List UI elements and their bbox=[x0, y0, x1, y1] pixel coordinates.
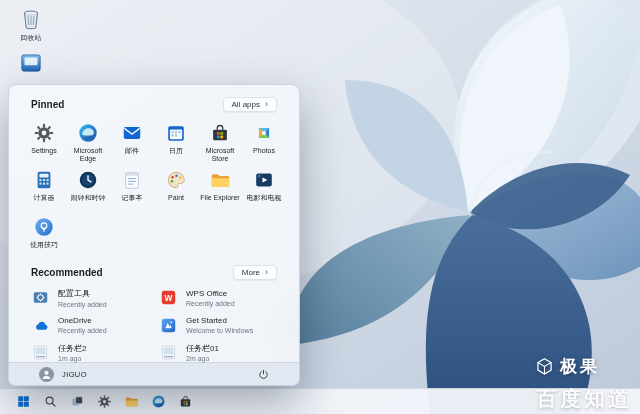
file-explorer-taskbar-button[interactable] bbox=[120, 391, 142, 413]
pinned-app-label: 使用技巧 bbox=[30, 241, 58, 249]
pinned-app[interactable]: 日历 bbox=[154, 117, 198, 163]
desktop-icon-app[interactable] bbox=[6, 50, 56, 85]
user-account-button[interactable]: JIGUO bbox=[35, 365, 91, 384]
pinned-app-label: 电影和电视 bbox=[247, 194, 282, 202]
start-menu: Pinned All apps › Settings Microsoft Edg… bbox=[8, 84, 300, 386]
user-name: JIGUO bbox=[62, 370, 87, 379]
pinned-app-icon bbox=[121, 122, 143, 144]
start-button[interactable] bbox=[12, 391, 34, 413]
recommended-title: Recommended bbox=[31, 267, 103, 278]
pinned-title: Pinned bbox=[31, 99, 64, 110]
pinned-app-label: 闹钟和时钟 bbox=[71, 194, 106, 202]
taskbar-icon-glyph bbox=[97, 394, 112, 409]
desktop-icon-glyph bbox=[18, 50, 44, 76]
pinned-app[interactable]: Settings bbox=[22, 117, 66, 163]
pinned-app-icon bbox=[33, 216, 55, 238]
recommended-item-text: 任务栏01 2m ago bbox=[186, 343, 219, 363]
taskbar-icon-glyph bbox=[124, 394, 139, 409]
pinned-app[interactable]: 使用技巧 bbox=[22, 211, 66, 257]
more-button[interactable]: More › bbox=[233, 265, 277, 280]
taskbar-icon-glyph bbox=[178, 394, 193, 409]
pinned-grid: Settings Microsoft Edge 邮件 日历 Microsoft … bbox=[9, 115, 299, 257]
svg-text:W: W bbox=[165, 293, 173, 303]
recommended-item-icon bbox=[159, 343, 178, 362]
pinned-app-icon bbox=[165, 122, 187, 144]
taskbar-icon-glyph bbox=[151, 394, 166, 409]
recommended-item[interactable]: Get Started Welcome to Windows bbox=[159, 316, 277, 335]
recommended-item-icon bbox=[159, 316, 178, 335]
pinned-app[interactable]: 记事本 bbox=[110, 164, 154, 210]
pinned-app-icon bbox=[209, 169, 231, 191]
pinned-app-icon bbox=[77, 169, 99, 191]
pinned-app-icon bbox=[121, 169, 143, 191]
pinned-app[interactable]: Paint bbox=[154, 164, 198, 210]
search-button[interactable] bbox=[39, 391, 61, 413]
recommended-item[interactable]: OneDrive Recently added bbox=[31, 316, 149, 335]
recommended-header: Recommended More › bbox=[9, 257, 299, 283]
desktop-icon-glyph bbox=[18, 6, 44, 32]
start-menu-user-bar: JIGUO bbox=[9, 362, 299, 385]
desktop-icon-recycle-bin[interactable]: 回收站 bbox=[6, 6, 56, 41]
pinned-app-label: Paint bbox=[168, 194, 184, 202]
recommended-item-subtitle: Recently added bbox=[58, 301, 107, 308]
jiguo-logo-icon bbox=[535, 357, 554, 376]
recommended-item-text: 配置工具 Recently added bbox=[58, 288, 107, 308]
pinned-app-label: File Explorer bbox=[200, 194, 239, 202]
recommended-item-title: WPS Office bbox=[186, 289, 235, 298]
recommended-item-title: 任务栏2 bbox=[58, 343, 86, 354]
taskbar-icon-glyph bbox=[43, 394, 58, 409]
pinned-app[interactable]: Microsoft Edge bbox=[66, 117, 110, 163]
pinned-app[interactable]: 邮件 bbox=[110, 117, 154, 163]
recommended-item-title: OneDrive bbox=[58, 316, 107, 325]
pinned-app[interactable]: 电影和电视 bbox=[242, 164, 286, 210]
taskbar-icon-glyph bbox=[70, 394, 85, 409]
chevron-right-icon: › bbox=[265, 100, 268, 109]
recommended-item[interactable]: W WPS Office Recently added bbox=[159, 288, 277, 308]
recommended-item-subtitle: Recently added bbox=[58, 327, 107, 334]
recommended-item[interactable]: 配置工具 Recently added bbox=[31, 288, 149, 308]
store-taskbar-button[interactable] bbox=[174, 391, 196, 413]
recommended-item[interactable]: 任务栏2 1m ago bbox=[31, 343, 149, 363]
recommended-item-icon bbox=[31, 316, 50, 335]
recommended-item-icon bbox=[31, 288, 50, 307]
task-view-button[interactable] bbox=[66, 391, 88, 413]
recommended-item-title: 任务栏01 bbox=[186, 343, 219, 354]
pinned-app[interactable]: 计算器 bbox=[22, 164, 66, 210]
all-apps-button[interactable]: All apps › bbox=[223, 97, 277, 112]
chevron-right-icon: › bbox=[265, 268, 268, 277]
recommended-item-subtitle: 2m ago bbox=[186, 355, 219, 362]
baidu-watermark-text: 百度知道 bbox=[536, 385, 632, 413]
all-apps-label: All apps bbox=[232, 100, 260, 109]
pinned-app-icon bbox=[33, 169, 55, 191]
more-label: More bbox=[242, 268, 260, 277]
jiguo-watermark: 极果 bbox=[535, 355, 600, 378]
pinned-app-label: 计算器 bbox=[34, 194, 55, 202]
pinned-app-label: Microsoft Edge bbox=[67, 147, 109, 164]
recommended-item-text: WPS Office Recently added bbox=[186, 289, 235, 307]
pinned-app[interactable]: Microsoft Store bbox=[198, 117, 242, 163]
recommended-item-icon bbox=[31, 343, 50, 362]
power-icon bbox=[257, 368, 270, 381]
pinned-app-label: Settings bbox=[31, 147, 56, 155]
recommended-item-text: Get Started Welcome to Windows bbox=[186, 316, 253, 334]
pinned-app-label: 记事本 bbox=[122, 194, 143, 202]
pinned-app[interactable]: 闹钟和时钟 bbox=[66, 164, 110, 210]
recommended-grid: 配置工具 Recently added W WPS Office Recentl… bbox=[9, 283, 299, 362]
recommended-item-title: 配置工具 bbox=[58, 288, 107, 299]
desktop-icon-area: 回收站 bbox=[6, 6, 56, 85]
recommended-item-icon: W bbox=[159, 288, 178, 307]
recommended-item[interactable]: 任务栏01 2m ago bbox=[159, 343, 277, 363]
pinned-app-icon bbox=[209, 122, 231, 144]
desktop-icon-label: 回收站 bbox=[21, 34, 42, 41]
recommended-item-subtitle: Recently added bbox=[186, 300, 235, 307]
pinned-app[interactable]: Photos bbox=[242, 117, 286, 163]
recommended-item-text: OneDrive Recently added bbox=[58, 316, 107, 334]
recommended-item-subtitle: 1m ago bbox=[58, 355, 86, 362]
pinned-app-label: 日历 bbox=[169, 147, 183, 155]
edge-taskbar-button[interactable] bbox=[147, 391, 169, 413]
settings-taskbar-button[interactable] bbox=[93, 391, 115, 413]
power-button[interactable] bbox=[253, 364, 273, 384]
pinned-app-label: Photos bbox=[253, 147, 275, 155]
pinned-app[interactable]: File Explorer bbox=[198, 164, 242, 210]
recommended-item-text: 任务栏2 1m ago bbox=[58, 343, 86, 363]
